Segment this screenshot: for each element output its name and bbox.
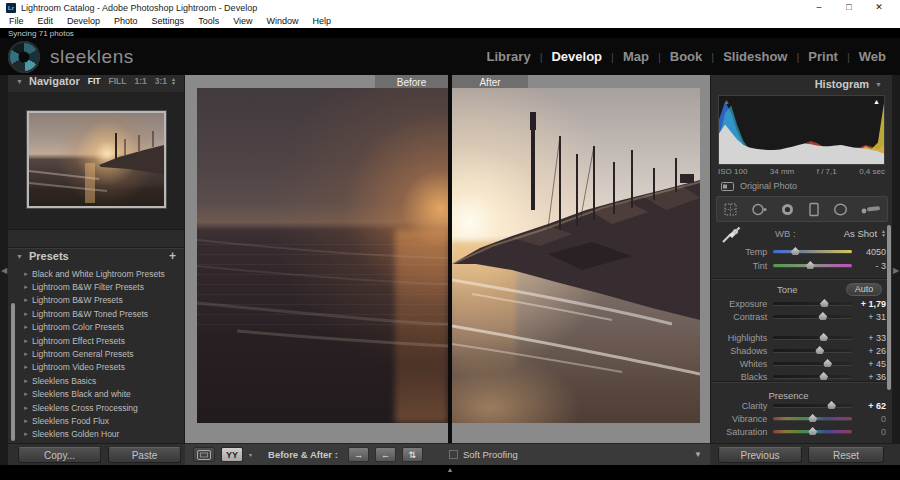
preset-expand-icon[interactable]: ► [23, 338, 32, 344]
slider-thumb[interactable] [819, 333, 828, 341]
module-web[interactable]: Web [859, 49, 886, 64]
zoom-option-fill[interactable]: FILL [109, 76, 127, 86]
slider-thumb[interactable] [820, 299, 829, 307]
spot-removal-tool-icon[interactable] [750, 201, 768, 218]
slider-track[interactable] [773, 315, 852, 318]
preset-folder[interactable]: ►Lightroom Video Presets [8, 361, 184, 374]
preset-folder[interactable]: ►Black and White Lightroom Presets [8, 267, 184, 280]
collapse-left-icon[interactable]: ◀ [1, 266, 7, 275]
module-library[interactable]: Library [487, 49, 531, 64]
presets-expand-icon[interactable]: ▼ [16, 253, 23, 260]
slider-thumb[interactable] [808, 427, 817, 435]
menu-edit[interactable]: Edit [31, 15, 61, 28]
previous-button[interactable]: Previous [718, 447, 802, 463]
view-mode-dropdown-icon[interactable]: ▾ [249, 451, 252, 458]
right-panel-collapse-strip[interactable]: ▶ [892, 75, 900, 465]
slider-track[interactable] [773, 362, 852, 365]
module-map[interactable]: Map [623, 49, 649, 64]
crop-overlay-tool-icon[interactable] [722, 201, 739, 218]
slider-thumb[interactable] [808, 414, 817, 422]
slider-track[interactable] [773, 404, 852, 407]
preset-folder[interactable]: ►Sleeklens Basics [8, 374, 184, 387]
preset-folder[interactable]: ►Lightroom B&W Filter Presets [8, 280, 184, 293]
preset-expand-icon[interactable]: ► [23, 284, 32, 290]
histogram-expand-icon[interactable]: ▼ [875, 81, 882, 88]
wb-preset-dropdown[interactable]: As Shot ▲▼ [844, 228, 886, 239]
before-image[interactable] [197, 88, 448, 423]
menu-view[interactable]: View [226, 15, 259, 28]
radial-filter-tool-icon[interactable] [832, 201, 849, 218]
preset-folder[interactable]: ►Sleeklens Golden Hour [8, 428, 184, 441]
zoom-option-fit[interactable]: FIT [88, 76, 101, 86]
reset-button[interactable]: Reset [808, 447, 884, 463]
copy-button[interactable]: Copy... [18, 447, 101, 463]
slider-thumb[interactable] [819, 372, 828, 380]
preset-expand-icon[interactable]: ► [23, 431, 32, 437]
histogram-graph[interactable]: ▲ ▲ [718, 95, 885, 165]
menu-tools[interactable]: Tools [191, 15, 226, 28]
preset-folder[interactable]: ►Sleeklens Black and white [8, 388, 184, 401]
preset-folder[interactable]: ►Sleeklens Cross Processing [8, 401, 184, 414]
preset-expand-icon[interactable]: ► [23, 405, 32, 411]
preset-folder[interactable]: ►Lightroom Effect Presets [8, 334, 184, 347]
slider-track[interactable] [773, 250, 852, 253]
module-slideshow[interactable]: Slideshow [723, 49, 787, 64]
presets-header[interactable]: ▼ Presets + [8, 248, 184, 265]
preset-expand-icon[interactable]: ► [23, 364, 32, 370]
slider-thumb[interactable] [818, 312, 827, 320]
slider-track[interactable] [773, 430, 852, 433]
preset-expand-icon[interactable]: ► [23, 271, 32, 277]
preset-expand-icon[interactable]: ► [23, 324, 32, 330]
zoom-option-1-1[interactable]: 1:1 [134, 76, 146, 86]
preset-expand-icon[interactable]: ► [23, 311, 32, 317]
copy-after-to-before-button[interactable]: ← [375, 447, 396, 462]
navigator-expand-icon[interactable]: ▼ [16, 78, 23, 85]
slider-track[interactable] [773, 336, 852, 339]
preset-expand-icon[interactable]: ► [23, 351, 32, 357]
copy-before-to-after-button[interactable]: → [348, 447, 369, 462]
preset-expand-icon[interactable]: ► [23, 297, 32, 303]
menu-settings[interactable]: Settings [145, 15, 192, 28]
after-image[interactable] [452, 88, 700, 423]
filmstrip-collapsed-bar[interactable]: ▲ [0, 465, 900, 480]
slider-track[interactable] [773, 302, 852, 305]
soft-proofing-checkbox[interactable] [449, 450, 458, 459]
close-button[interactable]: ✕ [864, 0, 894, 15]
slider-thumb[interactable] [791, 247, 800, 255]
slider-thumb[interactable] [827, 401, 836, 409]
navigator-thumbnail[interactable] [27, 111, 166, 208]
module-print[interactable]: Print [808, 49, 838, 64]
adjustment-brush-tool-icon[interactable] [860, 201, 882, 218]
slider-thumb[interactable] [806, 261, 815, 269]
minimize-button[interactable]: – [804, 0, 834, 15]
navigator-header[interactable]: ▼ Navigator FITFILL1:13:1 ▲▼ [8, 75, 184, 92]
preset-folder[interactable]: ►Lightroom General Presets [8, 347, 184, 360]
auto-tone-button[interactable]: Auto [846, 283, 882, 296]
collapse-right-icon[interactable]: ▶ [893, 266, 899, 275]
menu-develop[interactable]: Develop [60, 15, 107, 28]
preset-folder[interactable]: ►Lightroom Color Presets [8, 321, 184, 334]
zoom-ratio-selector-icon[interactable]: ▲▼ [171, 77, 176, 85]
filmstrip-reveal-icon[interactable]: ▲ [447, 465, 454, 474]
swap-before-after-button[interactable]: ⇅ [402, 447, 423, 462]
preset-expand-icon[interactable]: ► [23, 378, 32, 384]
slider-track[interactable] [773, 349, 852, 352]
histogram-header[interactable]: Histogram ▼ [711, 75, 892, 93]
slider-thumb[interactable] [815, 346, 824, 354]
module-book[interactable]: Book [670, 49, 703, 64]
menu-file[interactable]: File [2, 15, 31, 28]
slider-track[interactable] [773, 375, 852, 378]
add-preset-button[interactable]: + [169, 249, 176, 263]
highlight-clipping-indicator[interactable]: ▲ [871, 97, 882, 107]
graduated-filter-tool-icon[interactable] [807, 201, 821, 218]
module-develop[interactable]: Develop [551, 49, 602, 64]
menu-window[interactable]: Window [260, 15, 306, 28]
restore-button[interactable]: □ [834, 0, 864, 15]
red-eye-tool-icon[interactable] [779, 201, 796, 218]
slider-track[interactable] [773, 417, 852, 420]
right-panel-scrollbar[interactable] [887, 225, 891, 390]
toolbar-options-dropdown-icon[interactable]: ▼ [694, 450, 702, 459]
left-panel-collapse-strip[interactable]: ◀ [0, 75, 8, 465]
shadow-clipping-indicator[interactable]: ▲ [721, 97, 732, 107]
menu-photo[interactable]: Photo [107, 15, 145, 28]
